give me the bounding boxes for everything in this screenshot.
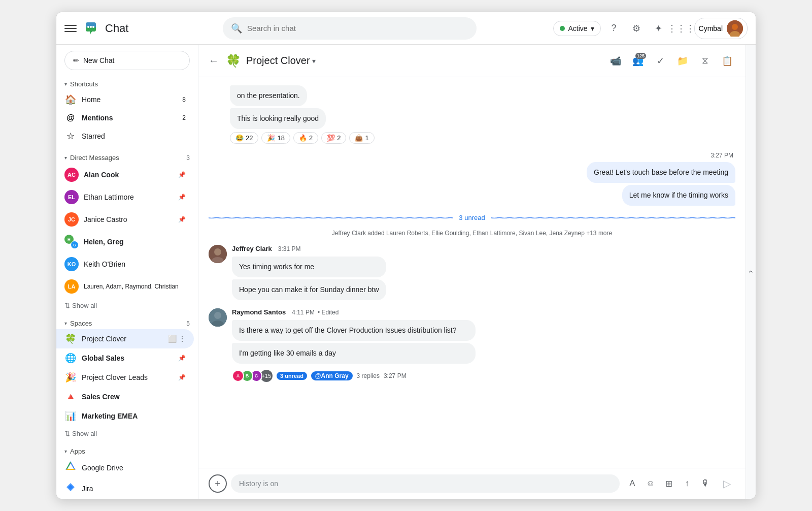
raymond-name: Raymond Santos — [232, 308, 286, 316]
reaction-bag[interactable]: 👜 1 — [349, 132, 374, 144]
right-sidebar-collapse[interactable]: ‹ — [746, 45, 756, 499]
search-bar[interactable]: 🔍 — [223, 17, 477, 40]
jira-label: Jira — [82, 485, 186, 493]
project-clover-actions: ⬜ ⋮ — [168, 335, 186, 343]
unread-line-right — [491, 217, 735, 218]
raymond-msg1-text: Is there a way to get off the Clover Pro… — [239, 326, 457, 334]
jeffrey-msg2-text: Hope you can make it for Sunday dinner b… — [239, 285, 379, 294]
members-count-badge: 125 — [635, 53, 646, 59]
sidebar-item-home[interactable]: 🏠 Home 8 — [56, 90, 194, 109]
settings-icon[interactable]: ⚙ — [627, 19, 646, 38]
sidebar-item-lauren-group[interactable]: LA Lauren, Adam, Raymond, Christian — [56, 275, 194, 298]
svg-marker-7 — [66, 462, 75, 469]
reaction-party[interactable]: 🎉 18 — [261, 132, 290, 144]
emoji-icon[interactable]: ☺ — [642, 475, 659, 492]
sidebar-item-jira[interactable]: Jira — [56, 478, 194, 499]
chat-title-icon: 🍀 — [226, 54, 241, 68]
top-bar-left: Chat — [64, 20, 217, 37]
jeffrey-name: Jeffrey Clark — [232, 245, 272, 252]
members-button[interactable]: 👥 125 — [628, 51, 648, 71]
sidebar-item-google-drive[interactable]: Google Drive — [56, 457, 194, 478]
chat-header: ← 🍀 Project Clover ▾ 📹 👥 125 ✓ 📁 ⧖ 📋 — [198, 45, 746, 77]
help-icon[interactable]: ? — [605, 19, 623, 38]
files-button[interactable]: 📁 — [672, 51, 693, 71]
top-bar: Chat 🔍 Active ▾ ? ⚙ ✦ ⋮⋮⋮ Cymbal — [56, 12, 756, 45]
back-button[interactable]: ← — [207, 53, 221, 69]
looking-good-text: This is looking really good — [237, 114, 319, 122]
jeffrey-header: Jeffrey Clark 3:31 PM — [232, 245, 386, 254]
svg-point-16 — [214, 312, 221, 319]
apps-icon[interactable]: ⋮⋮⋮ — [672, 19, 690, 38]
sidebar-item-mentions[interactable]: @ Mentions 2 — [56, 109, 194, 126]
sidebar-item-global-sales[interactable]: 🌐 Global Sales 📌 — [56, 348, 194, 368]
gemini-icon[interactable]: ✦ — [650, 19, 668, 38]
sidebar-item-keith[interactable]: KO Keith O'Brien — [56, 253, 194, 275]
bubble-right-timing: Let me know if the timing works — [209, 185, 735, 206]
show-all-spaces-label: ⇅ Show all — [64, 430, 97, 437]
sidebar-item-alan-cook[interactable]: AC Alan Cook 📌 — [56, 164, 194, 186]
project-clover-screen-icon[interactable]: ⬜ — [168, 335, 177, 343]
menu-icon[interactable] — [64, 22, 77, 35]
sidebar-starred-label: Starred — [82, 132, 186, 140]
sidebar-item-sales-crew[interactable]: 🔺 Sales Crew — [56, 387, 194, 406]
sidebar-item-marketing-emea[interactable]: 📊 Marketing EMEA — [56, 406, 194, 426]
hourglass-button[interactable]: ⧖ — [695, 51, 715, 71]
reactions-row: 😂 22 🎉 18 🔥 2 💯 2 — [230, 132, 735, 144]
reaction-party-emoji: 🎉 — [267, 134, 275, 142]
global-sales-label: Global Sales — [82, 354, 173, 362]
dm-section-header[interactable]: ▾ Direct Messages 3 — [56, 150, 198, 164]
raymond-avatar — [209, 308, 227, 327]
thread-row[interactable]: A B C +15 3 unread @Ann Gray 3 replies 3… — [232, 368, 735, 384]
janice-pin: 📌 — [178, 216, 186, 223]
message-input[interactable]: History is on — [231, 474, 620, 493]
unread-divider: 3 unread — [209, 214, 735, 221]
add-button[interactable]: + — [209, 474, 227, 493]
sidebar-item-helen-greg[interactable]: H G Helen, Greg — [56, 231, 194, 253]
record-icon[interactable]: 🎙 — [697, 475, 714, 492]
unread-line-left — [209, 217, 453, 218]
app-window: Chat 🔍 Active ▾ ? ⚙ ✦ ⋮⋮⋮ Cymbal — [56, 12, 756, 499]
sidebar-item-starred[interactable]: ☆ Starred — [56, 126, 194, 146]
thread-time: 3:27 PM — [384, 372, 407, 379]
sidebar-item-ethan[interactable]: EL Ethan Lattimore 📌 — [56, 186, 194, 208]
chat-title[interactable]: Project Clover ▾ — [246, 55, 316, 67]
profile-name: Cymbal — [699, 24, 723, 33]
top-bar-right: Active ▾ ? ⚙ ✦ ⋮⋮⋮ Cymbal — [553, 18, 748, 39]
spaces-section-header[interactable]: ▾ Spaces 5 — [56, 315, 198, 329]
apps-collapse-icon: ▾ — [64, 449, 67, 454]
shortcuts-section-header[interactable]: ▾ Shortcuts — [56, 76, 198, 90]
svg-line-8 — [66, 462, 71, 469]
jeffrey-avatar — [209, 245, 227, 263]
sidebar-item-project-clover[interactable]: 🍀 Project Clover ⬜ ⋮ — [56, 329, 194, 348]
raymond-messages-group: Raymond Santos 4:11 PM • Edited Is there… — [232, 308, 735, 384]
video-call-button[interactable]: 📹 — [605, 51, 626, 71]
profile-area[interactable]: Cymbal — [694, 18, 748, 39]
search-input[interactable] — [247, 24, 468, 33]
format-text-icon[interactable]: A — [624, 475, 641, 492]
new-chat-label: New Chat — [83, 56, 114, 65]
apps-section-header[interactable]: ▾ Apps — [56, 443, 198, 457]
show-all-spaces[interactable]: ⇅ Show all — [56, 426, 194, 441]
reaction-100[interactable]: 💯 2 — [321, 132, 346, 144]
sidebar: ✏ New Chat ▾ Shortcuts 🏠 Home 8 @ Mentio… — [56, 45, 198, 499]
tasks-button[interactable]: ✓ — [650, 51, 670, 71]
calendar-button[interactable]: 📋 — [717, 51, 737, 71]
project-clover-icon: 🍀 — [64, 333, 77, 344]
status-button[interactable]: Active ▾ — [553, 21, 600, 36]
sidebar-item-janice[interactable]: JC Janice Castro 📌 — [56, 208, 194, 231]
show-all-dms[interactable]: ⇅ Show all — [56, 298, 194, 313]
project-clover-label: Project Clover — [82, 335, 163, 343]
project-clover-more-icon[interactable]: ⋮ — [179, 335, 186, 343]
jeffrey-msg1-text: Yes timing works for me — [239, 263, 314, 271]
screen-share-icon[interactable]: ⊞ — [660, 475, 678, 492]
jeffrey-msg1: Yes timing works for me — [232, 257, 386, 277]
new-chat-button[interactable]: ✏ New Chat — [64, 51, 190, 70]
sidebar-item-project-clover-leads[interactable]: 🎉 Project Clover Leads 📌 — [56, 368, 194, 387]
svg-point-13 — [214, 248, 221, 256]
upload-icon[interactable]: ↑ — [679, 475, 696, 492]
bubble-looking-good: This is looking really good — [230, 108, 326, 129]
reaction-fire[interactable]: 🔥 2 — [293, 132, 318, 144]
marketing-emea-label: Marketing EMEA — [82, 412, 186, 420]
send-button[interactable]: ▷ — [718, 475, 735, 492]
reaction-laugh[interactable]: 😂 22 — [230, 132, 258, 144]
